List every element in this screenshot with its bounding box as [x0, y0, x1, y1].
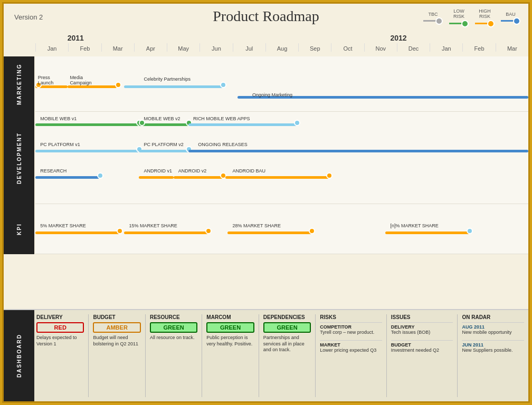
divider-1	[88, 314, 89, 397]
label-android-bau: ANDROID BAU	[233, 168, 266, 173]
bar-5pct	[35, 232, 119, 234]
label-ongoing-marketing: Ongoing Marketing	[252, 92, 292, 98]
dash-col-dependencies: DEPENDENCIES GREEN Partnerships and serv…	[263, 314, 311, 397]
bar-android-v1	[139, 176, 173, 179]
month-jul-2011: Jul	[233, 43, 265, 52]
risk-competitor-text: Tyrell corp – new product.	[320, 330, 382, 336]
month-feb-2011: Feb	[68, 43, 101, 52]
dash-text-dependencies: Partnerships and services all in place a…	[263, 335, 311, 353]
badge-budget: AMBER	[93, 322, 140, 333]
dot-research-end	[97, 172, 103, 179]
bar-android-bau	[225, 176, 329, 179]
legend-area: TBC LOWRISK HIGHRISK	[423, 9, 520, 27]
swimlane-kpi: 5% MARKET SHARE 15% MARKET SHARE 28% MAR…	[35, 204, 528, 254]
label-mobile-web-v2: MOBILE WEB v2	[144, 116, 180, 121]
label-5pct: 5% MARKET SHARE	[40, 223, 86, 228]
divider-3	[202, 314, 202, 397]
dot-15pct-end	[205, 228, 212, 234]
dash-title-budget: BUDGET	[93, 314, 140, 320]
bar-celebrity	[124, 85, 223, 88]
content-area: 2011 2012 Jan Feb Mar Apr May Jun Jul Au…	[4, 33, 528, 401]
radar-jun-text: New Suppliers possible.	[462, 348, 524, 354]
dash-title-dependencies: DEPENDENCIES	[263, 314, 311, 320]
radar-jun-title: JUN 2011	[462, 342, 524, 348]
label-media-campaign: MediaCampaign	[70, 75, 91, 85]
month-dec-2011: Dec	[397, 43, 430, 52]
dot-android-bau-end	[326, 172, 332, 179]
month-jan-2011: Jan	[35, 43, 68, 52]
bar-mobile-web-v2	[139, 123, 188, 126]
dash-col-resource: RESOURCE GREEN All resource on track.	[150, 314, 197, 397]
month-sep-2011: Sep	[298, 43, 331, 52]
label-ongoing-releases: ONGOING RELEASES	[198, 142, 248, 147]
divider-2	[145, 314, 146, 397]
label-rich-mobile: RICH MOBILE WEB APPS	[193, 116, 250, 121]
bar-rich-mobile	[188, 123, 297, 126]
bar-android-v2	[174, 176, 223, 179]
label-pc-v1: PC PLATFORM v1	[40, 142, 80, 147]
dash-col-risks: RISKS COMPETITOR Tyrell corp – new produ…	[320, 314, 382, 397]
dash-text-resource: All resource on track.	[150, 335, 197, 341]
dash-text-delivery: Delays expected to Version 1	[36, 335, 84, 347]
year-2012: 2012	[390, 34, 406, 42]
bar-research	[35, 176, 99, 179]
risk-market-text: Lower pricing expected Q3	[320, 348, 382, 354]
month-jun-2011: Jun	[200, 43, 232, 52]
swimlane-development: MOBILE WEB v1 MOBILE WEB v2 RICH MOBILE …	[35, 112, 528, 204]
label-celebrity: Celebrity Partnerships	[144, 76, 191, 82]
bar-28pct	[227, 232, 311, 234]
dot-celebrity-end	[220, 82, 226, 88]
kpi-label: KPI	[4, 204, 34, 254]
divider-4	[259, 314, 259, 397]
dash-title-onradar: ON RADAR	[462, 314, 524, 320]
label-28pct: 28% MARKET SHARE	[233, 223, 281, 228]
month-mar-2012: Mar	[496, 43, 528, 52]
month-apr-2011: Apr	[134, 43, 167, 52]
bar-npct	[385, 232, 469, 234]
bar-pc-v1	[35, 150, 139, 152]
dash-col-budget: BUDGET AMBER Budget will need bolstering…	[93, 314, 140, 397]
dash-col-marcom: MARCOM GREEN Public perception is very h…	[206, 314, 254, 397]
issue-budget-text: Investment needed Q2	[391, 348, 453, 354]
dash-title-marcom: MARCOM	[206, 314, 254, 320]
legend-lowrisk-label: LOWRISK	[453, 9, 464, 20]
month-may-2011: May	[167, 43, 200, 52]
dot-rich-mobile-end	[294, 120, 300, 126]
label-15pct: 15% MARKET SHARE	[129, 223, 177, 228]
label-android-v2: ANDROID v2	[178, 168, 207, 173]
label-press-launch: PressLaunch	[38, 75, 54, 85]
timeline-header: 2011 2012 Jan Feb Mar Apr May Jun Jul Au…	[35, 33, 528, 56]
month-jan-2012: Jan	[430, 43, 462, 52]
dash-col-issues: ISSUES DELIVERY Tech issues (BOB) BUDGET…	[391, 314, 453, 397]
badge-marcom: GREEN	[206, 322, 254, 333]
issue-delivery-text: Tech issues (BOB)	[391, 330, 453, 336]
month-mar-2011: Mar	[101, 43, 134, 52]
dash-text-budget: Budget will need bolstering in Q2 2011	[93, 335, 140, 347]
radar-aug-text: New mobile opportunity	[462, 330, 524, 336]
dash-text-marcom: Public perception is very healthy. Posit…	[206, 335, 254, 347]
dash-title-issues: ISSUES	[391, 314, 453, 320]
badge-resource: GREEN	[150, 322, 197, 333]
divider-6	[386, 314, 387, 397]
dash-col-onradar: ON RADAR AUG 2011 New mobile opportunity…	[462, 314, 524, 397]
dot-28pct-end	[309, 228, 315, 234]
issue-budget-title: BUDGET	[391, 342, 453, 348]
label-research: RESEARCH	[40, 168, 66, 173]
dashboard-content: DELIVERY RED Delays expected to Version …	[36, 314, 524, 397]
risk-market-title: MARKET	[320, 342, 382, 348]
dash-title-resource: RESOURCE	[150, 314, 197, 320]
label-android-v1: ANDROID v1	[144, 168, 172, 173]
swimlane-marketing: PressLaunch MediaCampaign Celebrity Part…	[35, 56, 528, 112]
label-pc-v2: PC PLATFORM v2	[144, 142, 183, 147]
dot-npct-end	[467, 228, 473, 234]
bar-15pct	[124, 232, 208, 234]
label-npct: [n]% MARKET SHARE	[390, 223, 438, 228]
legend-bau-label: BAU	[506, 12, 516, 17]
dash-title-risks: RISKS	[320, 314, 382, 320]
dot-media-campaign-end	[115, 82, 121, 88]
month-oct-2011: Oct	[331, 43, 364, 52]
divider-5	[315, 314, 316, 397]
marketing-label: MARKETING	[4, 56, 34, 112]
bar-ongoing-releases	[188, 150, 528, 152]
dash-title-delivery: DELIVERY	[36, 314, 84, 320]
